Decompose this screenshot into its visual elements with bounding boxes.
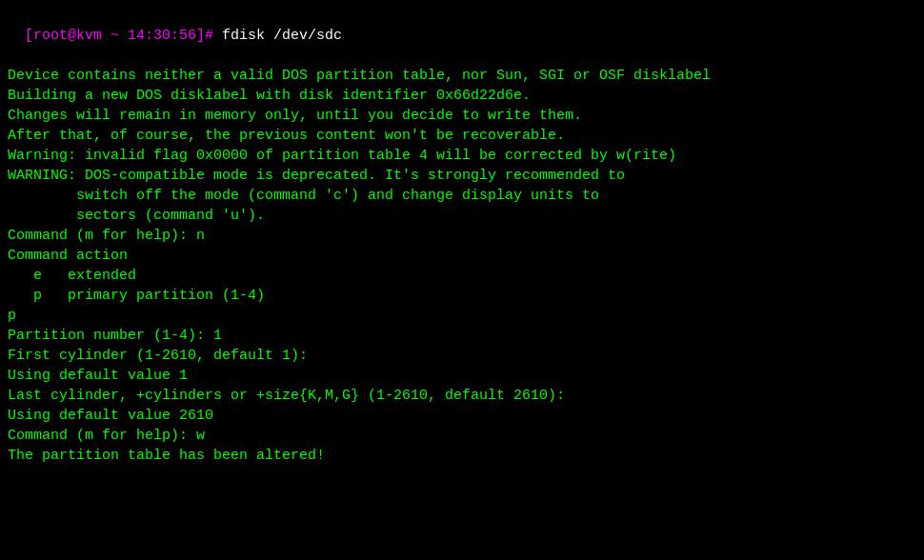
command: fdisk /dev/sdc [213,28,342,44]
terminal-line: switch off the mode (command 'c') and ch… [8,186,916,206]
terminal-line: Last cylinder, +cylinders or +size{K,M,G… [8,386,916,406]
terminal-line: Command action [8,246,916,266]
terminal-window[interactable]: [root@kvm ~ 14:30:56]# fdisk /dev/sdc De… [0,0,924,560]
terminal-line: Using default value 1 [8,366,916,386]
terminal-line: Partition number (1-4): 1 [8,326,916,346]
terminal-line: WARNING: DOS-compatible mode is deprecat… [8,166,916,186]
terminal-line: p primary partition (1-4) [8,286,916,306]
terminal-line: The partition table has been altered! [8,446,916,466]
terminal-line: Changes will remain in memory only, unti… [8,106,916,126]
prompt: [root@kvm ~ 14:30:56]# [25,28,213,44]
terminal-line: e extended [8,266,916,286]
terminal-line: Using default value 2610 [8,406,916,426]
terminal-line: Warning: invalid flag 0x0000 of partitio… [8,146,916,166]
terminal-line: Device contains neither a valid DOS part… [8,66,916,86]
terminal-line: After that, of course, the previous cont… [8,126,916,146]
terminal-line: Command (m for help): n [8,226,916,246]
terminal-line: First cylinder (1-2610, default 1): [8,346,916,366]
terminal-line: Building a new DOS disklabel with disk i… [8,86,916,106]
terminal-line: Command (m for help): w [8,426,916,446]
terminal-line: p [8,306,916,326]
terminal-output: Device contains neither a valid DOS part… [8,66,916,466]
terminal-line: sectors (command 'u'). [8,206,916,226]
